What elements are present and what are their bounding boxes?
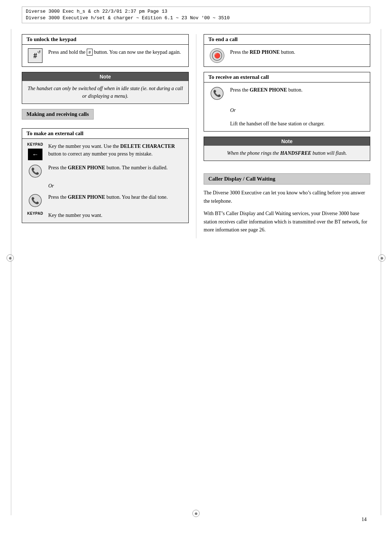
registration-mark-right: ⊕ <box>378 254 385 262</box>
caller-display-para1: The Diverse 3000 Executive can let you k… <box>204 189 370 205</box>
unlock-note-title: Note <box>22 72 188 81</box>
receive-green-phone-row: 📞 Press the GREEN PHONE button. <box>208 86 303 101</box>
svg-text:📞: 📞 <box>31 167 40 175</box>
red-phone-icon-cell: 🔴 <box>208 48 226 63</box>
step-keypad-delete: KEYPAD ← Key the number you want. Use th… <box>26 142 184 160</box>
green-phone-icon-1: 📞 <box>28 164 42 178</box>
receive-or-row: Or <box>230 106 236 114</box>
receive-note-title: Note <box>204 137 370 146</box>
keypad-label-2: KEYPAD <box>27 211 43 215</box>
making-calls-heading: Making and receiving calls <box>22 109 94 120</box>
step3-text: Press the GREEN PHONE button. You hear t… <box>48 193 184 201</box>
step-green-phone-1: 📞 Press the GREEN PHONE button. The numb… <box>26 164 184 178</box>
spacer <box>204 166 370 173</box>
header-line1: Diverse 3000 Exec h_s & ch 22/3/01 2:37 … <box>26 8 366 15</box>
unlock-keypad-text: Press and hold the # button. You can now… <box>48 48 184 56</box>
registration-mark-bottom: ⊕ <box>192 510 200 517</box>
page-content: To unlock the keypad ↺ # Press and hold … <box>22 34 370 238</box>
keypad-label-1: KEYPAD <box>27 142 43 146</box>
svg-text:🔴: 🔴 <box>214 53 221 59</box>
receive-or-text: Or <box>230 106 236 114</box>
red-phone-icon: 🔴 <box>210 48 224 63</box>
step-green-phone-2: 📞 Press the GREEN PHONE button. You hear… <box>26 193 184 208</box>
green-phone-icon-cell-1: 📞 <box>26 164 44 178</box>
unlock-keypad-inner: ↺ # Press and hold the # button. You can… <box>22 45 188 66</box>
step4-text: Key the number you want. <box>48 211 184 219</box>
caller-display-content: The Diverse 3000 Executive can let you k… <box>204 189 370 234</box>
receive-lift-row: Lift the handset off the base station or… <box>230 120 324 128</box>
page-header: Diverse 3000 Exec h_s & ch 22/3/01 2:37 … <box>22 7 370 23</box>
delete-icon: ← <box>28 149 42 160</box>
receive-note-box: Note When the phone rings the HANDSFREE … <box>204 137 370 161</box>
receive-lift-text: Lift the handset off the base station or… <box>230 120 324 128</box>
svg-text:📞: 📞 <box>31 197 40 205</box>
right-margin-line <box>381 29 381 515</box>
caller-display-heading: Caller Display / Call Waiting <box>204 173 370 185</box>
step1-text: Key the number you want. Use the DELETE … <box>48 142 184 158</box>
end-call-title: To end a call <box>204 35 370 45</box>
unlock-keypad-box: To unlock the keypad ↺ # Press and hold … <box>22 34 189 67</box>
receive-call-inner: 📞 Press the GREEN PHONE button. Or Li <box>204 82 370 131</box>
right-column: To end a call 🔴 Press the RED PHONE butt… <box>196 34 370 238</box>
green-phone-icon-2: 📞 <box>28 193 42 208</box>
left-column: To unlock the keypad ↺ # Press and hold … <box>22 34 196 238</box>
end-call-inner: 🔴 Press the RED PHONE button. <box>204 45 370 66</box>
caller-display-para2: With BT’s Caller Display and Call Waitin… <box>204 210 370 234</box>
step-keypad-2: KEYPAD Key the number you want. <box>26 211 184 219</box>
header-line2: Diverse 3000 Executive h/set & charger ~… <box>26 15 366 21</box>
keypad-icon-cell-2: KEYPAD <box>26 211 44 215</box>
unlock-note-content: The handset can only be switched off whe… <box>22 81 188 104</box>
receive-green-phone-icon: 📞 <box>210 86 224 101</box>
hash-icon-cell: ↺ # <box>26 48 44 63</box>
page-number: 14 <box>362 517 367 522</box>
hash-icon: ↺ # <box>28 48 42 63</box>
step2-text: Press the GREEN PHONE button. The number… <box>48 164 184 171</box>
end-call-box: To end a call 🔴 Press the RED PHONE butt… <box>204 34 370 67</box>
receive-call-title: To receive an external call <box>204 72 370 82</box>
make-external-call-inner: KEYPAD ← Key the number you want. Use th… <box>22 139 188 223</box>
left-margin-line <box>11 29 11 515</box>
receive-call-box: To receive an external call 📞 Press the <box>204 72 370 132</box>
svg-text:📞: 📞 <box>213 89 221 97</box>
receive-green-phone-icon-cell: 📞 <box>208 86 226 101</box>
registration-mark-left: ⊕ <box>7 254 14 262</box>
making-calls-section: Making and receiving calls <box>22 109 189 124</box>
or-row-1: Or <box>26 182 184 190</box>
receive-note-content: When the phone rings the HANDSFREE butto… <box>204 146 370 161</box>
receive-green-phone-text: Press the GREEN PHONE button. <box>230 86 303 94</box>
unlock-note-box: Note The handset can only be switched of… <box>22 72 189 104</box>
make-external-call-box: To make an external call KEYPAD ← Key th… <box>22 128 189 223</box>
keypad-delete-icon-cell: KEYPAD ← <box>26 142 44 160</box>
green-phone-icon-cell-2: 📞 <box>26 193 44 208</box>
make-external-call-title: To make an external call <box>22 129 188 139</box>
unlock-keypad-title: To unlock the keypad <box>22 35 188 45</box>
end-call-text: Press the RED PHONE button. <box>230 48 366 56</box>
or-text-1: Or <box>48 182 184 190</box>
